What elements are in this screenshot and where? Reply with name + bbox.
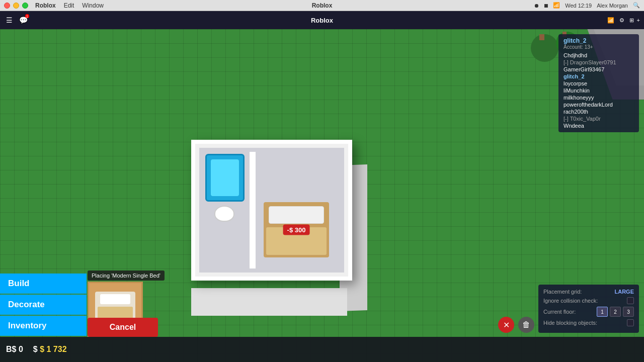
titlebar-center-title: Roblox (312, 2, 333, 9)
collision-label: Ignore collision check: (543, 298, 598, 304)
bottom-right-icons: ✕ 🗑 (498, 317, 534, 333)
house-structure: -$ 300 (161, 110, 372, 301)
bed-preview-pillow (100, 294, 130, 304)
chat-badge-count: 1 (25, 14, 29, 18)
close-traffic-light[interactable] (4, 3, 10, 9)
game-viewport: -$ 300 glitch_2 Account: 13+ Chdjhdhd [-… (0, 29, 644, 362)
delete-icon-btn[interactable]: ✕ (498, 317, 514, 333)
bed: -$ 300 (264, 202, 329, 257)
maximize-traffic-light[interactable] (22, 3, 28, 9)
player-powerofthedark: powerofthedarkLord (564, 101, 634, 108)
toolbar-settings-icon[interactable]: ⚙ (619, 17, 624, 24)
app-menu-roblox[interactable]: Roblox (35, 2, 56, 9)
toolbar-title: Roblox (311, 17, 333, 24)
player-gamergirl: GamerGirl93467 (564, 66, 634, 73)
inventory-button[interactable]: Inventory (0, 316, 87, 336)
decorate-button[interactable]: Decorate (0, 295, 87, 315)
bathtub (205, 154, 245, 202)
stop-icon: ⏹ (543, 3, 549, 9)
toolbar-wifi-icon: 📶 (607, 17, 614, 24)
left-sidebar: Build Decorate Inventory (0, 274, 87, 337)
cancel-button[interactable]: Cancel (88, 318, 158, 337)
player-header-sub: Account: 13+ (564, 44, 634, 50)
placement-grid-label: Placement grid: (543, 289, 582, 295)
roblox-toolbar: ☰ 💬 1 Roblox 📶 ⚙ ⊞ + (0, 11, 644, 29)
placing-label: Placing 'Modern Single Bed' (88, 270, 165, 281)
floor-label: Current floor: (543, 309, 576, 315)
player-header-name: glitch_2 (564, 37, 634, 44)
titlebar: Roblox Edit Window Roblox ⏺ ⏹ 📶 Wed 12:1… (0, 0, 644, 11)
blocking-checkbox[interactable] (627, 319, 634, 326)
blocking-row: Hide blocking objects: (543, 319, 634, 326)
placement-grid-row: Placement grid: LARGE (543, 289, 634, 295)
floor-btn-1[interactable]: 1 (597, 307, 608, 317)
datetime-display: Wed 12:19 (565, 3, 592, 9)
search-icon[interactable]: 🔍 (633, 2, 640, 9)
toolbar-right-area: 📶 ⚙ ⊞ + (607, 17, 640, 24)
floor-btn-2[interactable]: 2 (610, 307, 621, 317)
house-walls: -$ 300 (191, 140, 352, 281)
titlebar-right: ⏺ ⏹ 📶 Wed 12:19 Alex Morgan 🔍 (534, 2, 640, 9)
room-divider (250, 152, 256, 268)
username-display: Alex Morgan (597, 3, 628, 9)
player-self-header: glitch_2 Account: 13+ (564, 37, 634, 50)
wifi-icon: 📶 (553, 2, 560, 9)
price-tag: -$ 300 (283, 225, 310, 235)
app-menu-window[interactable]: Window (82, 2, 104, 9)
player-chdjhdhd: Chdjhdhd (564, 52, 634, 59)
collision-checkbox[interactable] (627, 297, 634, 304)
player-limunchkin: liMunchkin (564, 87, 634, 94)
player-rach200th: rach200th (564, 108, 634, 115)
b-dollars-display: B$ 0 (6, 345, 23, 354)
minimize-traffic-light[interactable] (13, 3, 19, 9)
room-floor: -$ 300 (199, 148, 344, 273)
players-panel: glitch_2 Account: 13+ Chdjhdhd [-] Drago… (558, 34, 639, 132)
bottom-bar: B$ 0 $ $ 1 732 (0, 337, 644, 362)
system-icons: ⏺ ⏹ 📶 (534, 2, 560, 9)
player-wndeea: Wndeea (564, 122, 634, 129)
chat-icon[interactable]: 💬 1 (18, 15, 28, 25)
record-icon: ⏺ (534, 3, 539, 9)
toilet (214, 206, 234, 222)
wall-front-3d (191, 288, 347, 316)
trash-icon-btn[interactable]: 🗑 (518, 317, 534, 333)
toolbar-extra-icons: ⊞ + (629, 17, 640, 24)
player-toxic: [-] T0xic_Vap0r (564, 115, 634, 122)
icon2[interactable]: + (637, 17, 640, 24)
collision-row: Ignore collision check: (543, 297, 634, 304)
floor-buttons: 1 2 3 (597, 307, 634, 317)
app-menu-edit[interactable]: Edit (64, 2, 74, 9)
hamburger-menu-icon[interactable]: ☰ (4, 15, 14, 25)
dollars-display: $ $ 1 732 (33, 345, 67, 354)
floor-row: Current floor: 1 2 3 (543, 307, 634, 317)
player-glitch2: glitch_2 (564, 73, 634, 80)
blocking-label: Hide blocking objects: (543, 320, 597, 326)
player-milkhoneyyy: milkhoneyyy (564, 94, 634, 101)
icon1[interactable]: ⊞ (629, 17, 634, 24)
player-dragonslayer: [-] DragonSlayer0791 (564, 59, 634, 66)
build-button[interactable]: Build (0, 274, 87, 294)
placement-panel: Placement grid: LARGE Ignore collision c… (538, 285, 639, 333)
floor-btn-3[interactable]: 3 (623, 307, 634, 317)
placement-grid-value: LARGE (615, 289, 634, 295)
player-loycorpse: loycorpse (564, 80, 634, 87)
titlebar-left: Roblox Edit Window (4, 2, 104, 9)
